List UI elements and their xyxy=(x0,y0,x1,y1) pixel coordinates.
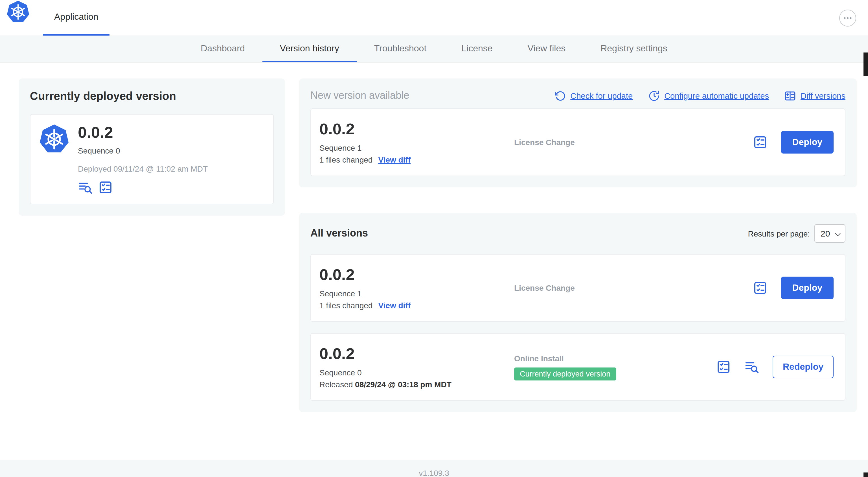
files-changed-label: 1 files changed xyxy=(319,155,372,164)
config-checklist-icon xyxy=(717,360,730,374)
release-notes-button[interactable] xyxy=(78,180,93,195)
release-notes-icon xyxy=(79,181,92,194)
new-version-title: New version available xyxy=(310,90,409,101)
tab-dashboard[interactable]: Dashboard xyxy=(183,36,262,62)
view-config-button[interactable] xyxy=(98,180,113,195)
all-versions-panel: All versions Results per page: 20 0.0.2 xyxy=(299,213,857,412)
results-per-page-select-wrap: 20 xyxy=(814,224,845,243)
clock-update-icon xyxy=(648,90,660,101)
diff-icon xyxy=(785,90,796,101)
app-header: Application xyxy=(0,0,868,36)
version-number: 0.0.2 xyxy=(319,345,514,363)
current-version-deployed-at: Deployed 09/11/24 @ 11:02 am MDT xyxy=(78,164,208,173)
new-version-card: 0.0.2 Sequence 1 1 files changed View di… xyxy=(310,109,845,176)
deploy-button[interactable]: Deploy xyxy=(781,131,834,153)
config-checklist-icon xyxy=(753,136,767,149)
version-number: 0.0.2 xyxy=(319,266,514,284)
config-checklist-icon xyxy=(753,281,767,295)
version-number: 0.0.2 xyxy=(319,121,514,139)
check-for-update-link[interactable]: Check for update xyxy=(555,90,633,101)
diff-versions-link[interactable]: Diff versions xyxy=(785,90,845,101)
source-label: Online Install xyxy=(514,354,707,363)
header-spacer xyxy=(110,0,839,35)
results-per-page-select[interactable]: 20 xyxy=(814,224,845,243)
configure-automatic-updates-link[interactable]: Configure automatic updates xyxy=(648,90,769,101)
view-config-button[interactable] xyxy=(752,135,767,150)
currently-deployed-badge: Currently deployed version xyxy=(514,367,616,380)
config-checklist-icon xyxy=(99,181,112,194)
tab-license[interactable]: License xyxy=(444,36,510,62)
currently-deployed-card: 0.0.2 Sequence 0 Deployed 09/11/24 @ 11:… xyxy=(30,114,274,204)
currently-deployed-panel: Currently deployed version xyxy=(19,79,285,216)
files-changed-row: 1 files changed View diff xyxy=(319,155,514,164)
currently-deployed-title: Currently deployed version xyxy=(30,90,274,103)
diff-versions-label: Diff versions xyxy=(801,91,845,100)
released-date: 08/29/24 @ 03:18 pm MDT xyxy=(355,380,452,389)
console-version: v1.109.3 xyxy=(419,469,449,477)
release-notes-icon xyxy=(745,360,758,374)
tab-registry-settings[interactable]: Registry settings xyxy=(583,36,685,62)
release-notes-button[interactable] xyxy=(744,360,759,374)
right-column: New version available Check for update xyxy=(299,79,857,412)
version-source: License Change xyxy=(514,138,752,147)
version-source: License Change xyxy=(514,284,752,292)
scrollbar-corner xyxy=(864,473,868,477)
source-label: License Change xyxy=(514,284,744,292)
source-label: License Change xyxy=(514,138,744,147)
current-version-sequence: Sequence 0 xyxy=(78,146,208,155)
version-card-actions: Deploy xyxy=(752,277,834,299)
all-versions-panel-head: All versions Results per page: 20 xyxy=(310,224,845,243)
kubernetes-logo xyxy=(39,124,69,153)
version-sequence: Sequence 1 xyxy=(319,289,514,298)
view-config-button[interactable] xyxy=(752,280,767,295)
check-for-update-label: Check for update xyxy=(570,91,633,100)
tab-application-label: Application xyxy=(54,12,98,22)
tab-version-history[interactable]: Version history xyxy=(262,36,357,62)
more-menu-button[interactable] xyxy=(839,9,856,26)
released-label: Released xyxy=(319,380,353,389)
version-card-actions: Redeploy xyxy=(716,356,834,378)
kots-admin-console: Application Dashboard Version history Tr… xyxy=(0,0,868,477)
view-config-button[interactable] xyxy=(716,360,731,374)
deploy-button[interactable]: Deploy xyxy=(781,277,834,299)
scrollbar-thumb[interactable] xyxy=(864,53,868,76)
results-per-page-label: Results per page: xyxy=(748,229,810,238)
all-versions-title: All versions xyxy=(310,228,368,239)
kubernetes-logo xyxy=(7,0,29,35)
files-changed-row: 1 files changed View diff xyxy=(319,301,514,309)
version-row: 0.0.2 Sequence 1 1 files changed View di… xyxy=(310,254,845,322)
view-diff-link[interactable]: View diff xyxy=(378,301,410,309)
refresh-icon xyxy=(555,90,566,101)
redeploy-button[interactable]: Redeploy xyxy=(773,356,834,378)
version-card-actions: Deploy xyxy=(752,131,834,153)
new-version-panel: New version available Check for update xyxy=(299,79,857,187)
current-version-number: 0.0.2 xyxy=(78,124,208,142)
configure-automatic-updates-label: Configure automatic updates xyxy=(664,91,769,100)
version-info: 0.0.2 Sequence 1 1 files changed View di… xyxy=(319,121,514,164)
ellipsis-icon xyxy=(843,13,853,23)
version-source: Online Install Currently deployed versio… xyxy=(514,354,716,380)
version-info: 0.0.2 Sequence 1 1 files changed View di… xyxy=(319,266,514,309)
app-footer: v1.109.3 xyxy=(0,460,868,477)
files-changed-label: 1 files changed xyxy=(319,301,372,309)
current-version-actions xyxy=(78,180,208,195)
version-info: 0.0.2 Sequence 0 Released 08/29/24 @ 03:… xyxy=(319,345,514,389)
version-row: 0.0.2 Sequence 0 Released 08/29/24 @ 03:… xyxy=(310,333,845,401)
results-per-page: Results per page: 20 xyxy=(748,224,845,243)
tab-troubleshoot[interactable]: Troubleshoot xyxy=(357,36,444,62)
current-version-info: 0.0.2 Sequence 0 Deployed 09/11/24 @ 11:… xyxy=(78,124,208,195)
tab-application[interactable]: Application xyxy=(43,0,110,35)
app-subnav: Dashboard Version history Troubleshoot L… xyxy=(0,36,868,63)
released-row: Released 08/29/24 @ 03:18 pm MDT xyxy=(319,380,514,389)
main-content: Currently deployed version xyxy=(0,63,868,460)
version-actions: Check for update Configure automatic up xyxy=(555,90,845,101)
tab-view-files[interactable]: View files xyxy=(510,36,583,62)
view-diff-link[interactable]: View diff xyxy=(378,155,410,164)
new-version-panel-head: New version available Check for update xyxy=(310,90,845,101)
version-sequence: Sequence 1 xyxy=(319,143,514,152)
version-sequence: Sequence 0 xyxy=(319,368,514,377)
